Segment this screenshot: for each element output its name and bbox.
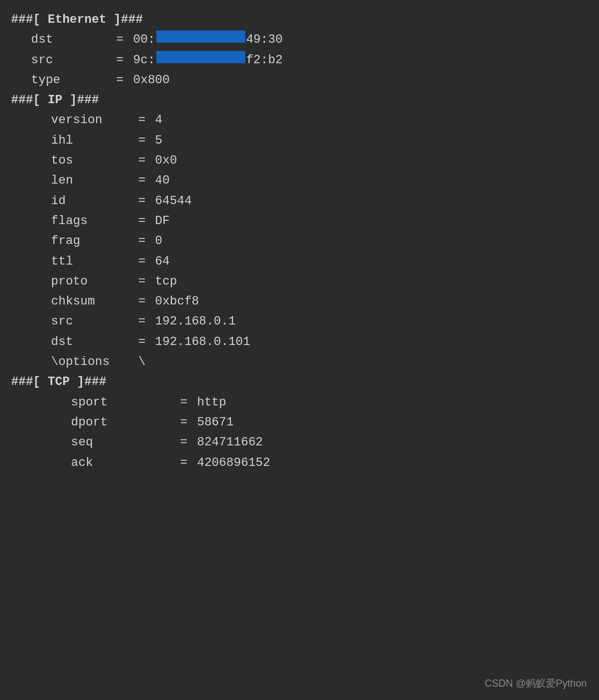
ip-chksum-value: 0xbcf8 (148, 292, 199, 312)
ip-tos-field: tos (51, 151, 129, 171)
ip-tos-value: 0x0 (148, 151, 177, 171)
ip-version-line: version = 4 (11, 110, 588, 130)
ip-len-value: 40 (148, 171, 170, 191)
tcp-ack-value: 4206896152 (190, 453, 270, 473)
ethernet-header: ###[ Ethernet ]### (11, 10, 588, 30)
ip-ihl-line: ihl = 5 (11, 131, 588, 151)
ip-id-value: 64544 (148, 191, 191, 211)
ip-flags-field: flags (51, 211, 129, 231)
ip-proto-value: tcp (148, 272, 177, 292)
ip-options-line: \options \ (11, 352, 588, 372)
ip-src-line: src = 192.168.0.1 (11, 312, 588, 332)
ip-header: ###[ IP ]### (11, 90, 588, 110)
ip-dst-field: dst (51, 332, 129, 352)
ip-id-field: id (51, 191, 129, 211)
ip-version-field: version (51, 110, 129, 130)
tcp-header: ###[ TCP ]### (11, 372, 588, 392)
tcp-ack-field: ack (71, 453, 149, 473)
tcp-seq-value: 824711662 (190, 433, 263, 453)
ip-version-value: 4 (148, 110, 162, 130)
watermark-text: CSDN @蚂蚁爱Python (485, 677, 587, 690)
ethernet-dst-prefix: 00: (126, 30, 155, 50)
ethernet-src-field: src (31, 50, 92, 70)
tcp-sport-line: sport = http (11, 393, 588, 413)
ethernet-src-suffix: f2:b2 (246, 50, 283, 70)
ethernet-src-prefix: 9c: (126, 50, 155, 70)
ip-flags-value: DF (148, 211, 170, 231)
ip-chksum-field: chksum (51, 292, 129, 312)
ethernet-dst-field: dst (31, 30, 92, 50)
ip-chksum-line: chksum = 0xbcf8 (11, 292, 588, 312)
tcp-seq-field: seq (71, 433, 149, 453)
ip-id-line: id = 64544 (11, 191, 588, 211)
tcp-sport-field: sport (71, 393, 149, 413)
redacted-block-dst (156, 31, 245, 43)
ethernet-dst-suffix: 49:30 (246, 30, 283, 50)
ip-proto-line: proto = tcp (11, 272, 588, 292)
tcp-dport-value: 58671 (190, 413, 233, 433)
ip-len-line: len = 40 (11, 171, 588, 191)
ip-options-field: \options (51, 352, 129, 372)
ip-frag-line: frag = 0 (11, 231, 588, 251)
ethernet-type-field: type (31, 70, 92, 90)
ip-ttl-line: ttl = 64 (11, 252, 588, 272)
ip-ihl-value: 5 (148, 131, 162, 151)
ethernet-dst-line: dst = 00:49:30 (11, 30, 588, 50)
ip-ttl-value: 64 (148, 252, 170, 272)
redacted-block-src (156, 51, 245, 63)
ip-src-field: src (51, 312, 129, 332)
ip-dst-line: dst = 192.168.0.101 (11, 332, 588, 352)
ip-flags-line: flags = DF (11, 211, 588, 231)
ip-dst-value: 192.168.0.101 (148, 332, 250, 352)
ethernet-type-line: type = 0x800 (11, 70, 588, 90)
ip-len-field: len (51, 171, 129, 191)
tcp-dport-field: dport (71, 413, 149, 433)
ip-ttl-field: ttl (51, 252, 129, 272)
tcp-seq-line: seq = 824711662 (11, 433, 588, 453)
tcp-sport-value: http (190, 393, 226, 413)
ip-frag-value: 0 (148, 231, 162, 251)
ethernet-src-line: src = 9c:f2:b2 (11, 50, 588, 70)
packet-output: ###[ Ethernet ]### dst = 00:49:30 src = … (11, 10, 588, 473)
ip-proto-field: proto (51, 272, 129, 292)
tcp-dport-line: dport = 58671 (11, 413, 588, 433)
ip-src-value: 192.168.0.1 (148, 312, 235, 332)
ip-frag-field: frag (51, 231, 129, 251)
tcp-ack-line: ack = 4206896152 (11, 453, 588, 473)
ip-tos-line: tos = 0x0 (11, 151, 588, 171)
ip-ihl-field: ihl (51, 131, 129, 151)
ethernet-type-value: 0x800 (126, 70, 170, 90)
